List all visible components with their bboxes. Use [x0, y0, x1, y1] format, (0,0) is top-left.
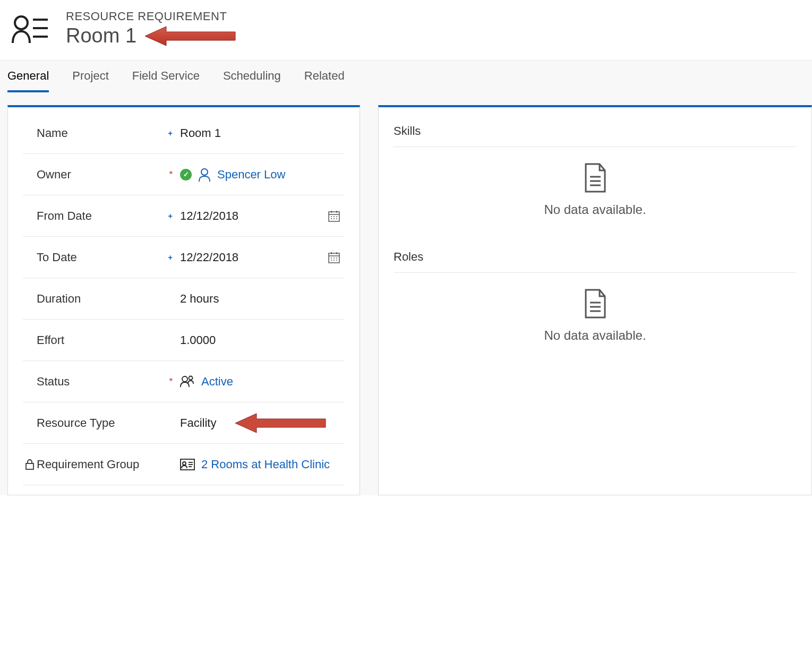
general-form-panel: Name + Room 1 Owner * ✓	[7, 105, 360, 495]
value-resource-type[interactable]: Facility	[180, 412, 345, 434]
recommended-indicator: +	[168, 253, 173, 261]
required-indicator: *	[169, 377, 173, 386]
required-indicator: *	[169, 170, 173, 179]
label-to-date: To Date	[37, 251, 77, 264]
skills-header: Skills	[394, 113, 797, 147]
value-effort[interactable]: 1.0000	[180, 333, 345, 347]
calendar-icon[interactable]	[328, 210, 340, 222]
label-requirement-group: Requirement Group	[37, 458, 139, 471]
svg-point-26	[182, 376, 187, 382]
label-name: Name	[37, 126, 68, 140]
recommended-indicator: +	[168, 129, 173, 137]
tab-related[interactable]: Related	[304, 61, 345, 92]
value-status[interactable]: Active	[180, 375, 345, 389]
check-icon: ✓	[180, 169, 192, 180]
field-row-duration: Duration 2 hours	[23, 278, 345, 320]
svg-point-0	[15, 16, 28, 29]
label-resource-type: Resource Type	[37, 416, 115, 430]
value-name[interactable]: Room 1	[180, 126, 345, 140]
label-owner: Owner	[37, 168, 71, 182]
lock-icon	[23, 459, 37, 470]
field-row-from-date: From Date + 12/12/2018	[23, 195, 345, 237]
page-header: RESOURCE REQUIREMENT Room 1	[0, 0, 812, 60]
svg-marker-28	[235, 414, 326, 433]
svg-marker-4	[145, 27, 235, 46]
tab-scheduling[interactable]: Scheduling	[223, 61, 281, 92]
svg-rect-29	[26, 463, 33, 469]
svg-point-31	[183, 462, 186, 465]
value-duration[interactable]: 2 hours	[180, 292, 345, 306]
value-owner[interactable]: ✓ Spencer Low	[180, 168, 345, 182]
header-eyebrow: RESOURCE REQUIREMENT	[66, 10, 237, 23]
value-to-date[interactable]: 12/22/2018	[180, 251, 345, 264]
tab-project[interactable]: Project	[72, 61, 108, 92]
svg-point-27	[189, 376, 193, 380]
roles-empty-block: No data available.	[394, 273, 797, 364]
label-duration: Duration	[37, 292, 81, 306]
field-row-name: Name + Room 1	[23, 113, 345, 154]
calendar-icon[interactable]	[328, 251, 340, 264]
page-title: Room 1	[66, 24, 136, 47]
svg-point-5	[201, 169, 208, 175]
annotation-arrow-title	[142, 25, 237, 47]
roles-header: Roles	[394, 238, 797, 273]
tab-field-service[interactable]: Field Service	[132, 61, 200, 92]
field-row-status: Status * Active	[23, 361, 345, 402]
label-effort: Effort	[37, 333, 64, 347]
value-requirement-group[interactable]: 2 Rooms at Health Clinic	[180, 458, 345, 471]
skills-empty-block: No data available.	[394, 147, 797, 238]
tab-general[interactable]: General	[7, 61, 49, 92]
resource-requirement-icon	[12, 13, 49, 44]
annotation-arrow-resource-type	[232, 412, 328, 434]
field-row-owner: Owner * ✓ Spencer Low	[23, 154, 345, 195]
person-icon	[198, 168, 211, 182]
label-from-date: From Date	[37, 209, 92, 223]
document-icon	[583, 289, 608, 319]
recommended-indicator: +	[168, 212, 173, 220]
tab-bar: General Project Field Service Scheduling…	[0, 60, 812, 92]
skills-empty-text: No data available.	[544, 202, 646, 217]
label-status: Status	[37, 375, 70, 389]
value-from-date[interactable]: 12/12/2018	[180, 209, 345, 223]
related-panel: Skills No data available. Roles	[378, 105, 812, 495]
field-row-requirement-group: Requirement Group 2 Rooms at Health Clin…	[23, 444, 345, 485]
status-icon	[180, 375, 195, 388]
field-row-resource-type: Resource Type Facility	[23, 402, 345, 444]
document-icon	[583, 163, 608, 193]
roles-empty-text: No data available.	[544, 328, 646, 343]
field-row-effort: Effort 1.0000	[23, 320, 345, 361]
field-row-to-date: To Date + 12/22/2018	[23, 237, 345, 278]
card-icon	[180, 459, 195, 470]
content-area: Name + Room 1 Owner * ✓	[0, 92, 812, 495]
